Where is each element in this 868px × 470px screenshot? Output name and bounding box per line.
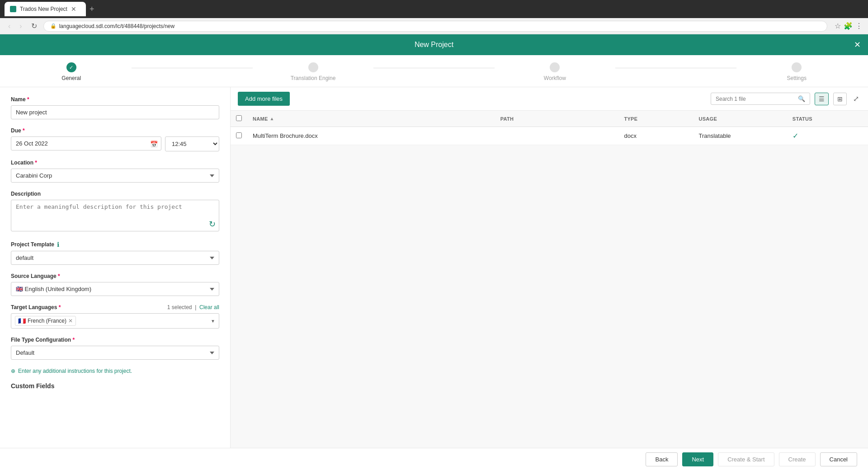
header-status-col: STATUS: [787, 111, 868, 127]
source-language-label: Source Language *: [11, 273, 219, 279]
back-button[interactable]: ‹: [5, 20, 13, 32]
step-label-settings: Settings: [787, 75, 807, 81]
project-template-field-group: Project Template ℹ default: [11, 241, 219, 265]
address-bar[interactable]: 🔒 languagecloud.sdl.com/lc/t/488448/proj…: [43, 21, 827, 32]
wizard-step-general[interactable]: ✓ General: [11, 62, 132, 81]
browser-actions: ☆ 🧩 ⋮: [835, 22, 863, 30]
name-label: Name *: [11, 96, 219, 103]
lock-icon: 🔒: [50, 23, 57, 29]
left-panel: Name * Due * 📅 12:45: [0, 87, 231, 448]
tab-favicon: [10, 6, 16, 12]
sort-icon: ▲: [270, 116, 274, 121]
additional-instructions[interactable]: ⊕ Enter any additional instructions for …: [11, 368, 219, 374]
step-circle-translation: [308, 62, 318, 72]
forward-button[interactable]: ›: [17, 20, 24, 32]
description-label: Description: [11, 191, 219, 197]
name-required: *: [27, 96, 29, 103]
header-path-col: PATH: [495, 111, 619, 127]
due-date-input[interactable]: [11, 136, 161, 150]
target-languages-label: Target Languages *: [11, 304, 61, 310]
step-line-3: [615, 68, 736, 68]
target-lang-header: Target Languages * 1 selected | Clear al…: [11, 304, 219, 310]
grid-view-button[interactable]: ⊞: [833, 93, 847, 105]
name-input[interactable]: [11, 105, 219, 119]
project-template-select[interactable]: default: [11, 251, 219, 265]
template-label-row: Project Template ℹ: [11, 241, 219, 248]
search-box[interactable]: 🔍: [711, 93, 810, 105]
expand-button[interactable]: ⤢: [851, 93, 861, 105]
file-type-cell: docx: [618, 127, 693, 145]
date-row: 📅 12:45: [11, 136, 219, 151]
next-button[interactable]: Next: [682, 452, 713, 466]
remove-french-button[interactable]: ✕: [68, 318, 73, 324]
description-wrapper: ↻: [11, 200, 219, 233]
target-languages-required: *: [59, 304, 61, 310]
list-view-button[interactable]: ☰: [815, 93, 829, 105]
selected-count: 1 selected | Clear all: [167, 304, 219, 310]
step-circle-workflow: [550, 62, 560, 72]
due-required: *: [23, 127, 25, 134]
source-language-select[interactable]: 🇬🇧 English (United Kingdom): [11, 282, 219, 296]
location-required: *: [35, 160, 37, 166]
new-tab-button[interactable]: +: [90, 5, 94, 14]
back-footer-button[interactable]: Back: [646, 452, 678, 466]
file-checkbox[interactable]: [236, 132, 242, 138]
cancel-button[interactable]: Cancel: [820, 452, 857, 466]
create-button[interactable]: Create: [779, 452, 816, 466]
custom-fields-title: Custom Fields: [11, 382, 219, 390]
add-more-files-button[interactable]: Add more files: [238, 92, 290, 106]
url-text: languagecloud.sdl.com/lc/t/488448/projec…: [59, 23, 175, 29]
due-time-select[interactable]: 12:45: [165, 136, 219, 151]
file-list: NAME ▲ PATH TYPE USAGE STATUS: [231, 111, 868, 448]
project-template-label: Project Template: [11, 241, 54, 248]
reload-button[interactable]: ↻: [28, 20, 40, 32]
header-usage-col: USAGE: [693, 111, 787, 127]
description-textarea[interactable]: [11, 200, 219, 231]
create-start-button[interactable]: Create & Start: [718, 452, 774, 466]
clear-all-button[interactable]: Clear all: [199, 304, 219, 310]
menu-icon[interactable]: ⋮: [855, 22, 863, 30]
french-flag: 🇫🇷: [18, 317, 26, 324]
description-field-group: Description ↻: [11, 191, 219, 233]
location-select[interactable]: Carabini Corp: [11, 169, 219, 183]
step-circle-settings: [792, 62, 802, 72]
step-label-translation: Translation Engine: [291, 75, 336, 81]
dialog-close-button[interactable]: ✕: [854, 40, 861, 50]
table-body: MultiTerm Brochure.docx docx Translatabl…: [231, 127, 868, 145]
step-circle-general: ✓: [66, 62, 76, 72]
footer: Back Next Create & Start Create Cancel: [0, 448, 868, 470]
file-type-config-label: File Type Configuration *: [11, 337, 219, 343]
select-all-checkbox[interactable]: [236, 115, 242, 121]
wizard-step-translation-engine[interactable]: Translation Engine: [253, 62, 373, 81]
table-row: MultiTerm Brochure.docx docx Translatabl…: [231, 127, 868, 145]
french-france-tag: 🇫🇷 French (France) ✕: [15, 316, 76, 326]
search-input[interactable]: [716, 96, 795, 102]
header-name-col[interactable]: NAME ▲: [247, 111, 495, 127]
browser-tab[interactable]: Trados New Project ✕: [5, 2, 86, 16]
additional-instructions-text: Enter any additional instructions for th…: [18, 368, 132, 374]
due-label: Due *: [11, 127, 219, 134]
wizard-step-settings[interactable]: Settings: [736, 62, 857, 81]
right-panel: Add more files 🔍 ☰ ⊞ ⤢: [231, 87, 868, 448]
tab-close-button[interactable]: ✕: [71, 5, 76, 13]
target-languages-field-group: Target Languages * 1 selected | Clear al…: [11, 304, 219, 329]
main-content: Name * Due * 📅 12:45: [0, 87, 868, 448]
header-type-col: TYPE: [618, 111, 693, 127]
file-status-check-icon: ✓: [793, 132, 798, 140]
location-field-group: Location * Carabini Corp: [11, 160, 219, 183]
calendar-icon[interactable]: 📅: [150, 141, 158, 148]
extensions-icon[interactable]: 🧩: [844, 22, 853, 30]
refresh-icon[interactable]: ↻: [209, 219, 216, 229]
wizard-step-workflow[interactable]: Workflow: [495, 62, 615, 81]
wizard-steps: ✓ General Translation Engine Workflow Se…: [0, 55, 868, 87]
target-language-input[interactable]: 🇫🇷 French (France) ✕ ▼: [11, 313, 219, 329]
file-type-config-select[interactable]: Default: [11, 346, 219, 360]
step-label-general: General: [61, 75, 81, 81]
bookmark-icon[interactable]: ☆: [835, 22, 841, 30]
tab-title: Trados New Project: [20, 6, 67, 12]
step-line-2: [373, 68, 494, 68]
name-sort: NAME ▲: [253, 116, 490, 122]
name-field-group: Name *: [11, 96, 219, 119]
browser-chrome: Trados New Project ✕ +: [0, 0, 868, 18]
info-icon[interactable]: ℹ: [57, 241, 59, 248]
